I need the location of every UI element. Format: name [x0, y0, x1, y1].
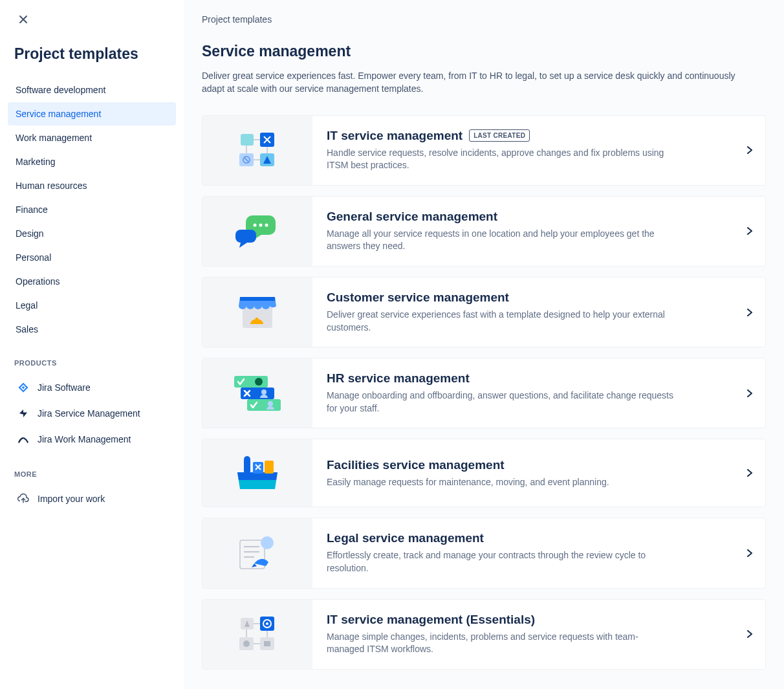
- itsm-essentials-icon: [238, 617, 277, 651]
- template-customer-service-management[interactable]: Customer service management Deliver grea…: [202, 277, 766, 347]
- sidebar-item-legal[interactable]: Legal: [8, 294, 176, 317]
- template-body: HR service management Manage onboarding …: [312, 358, 734, 428]
- template-title: General service management: [327, 210, 497, 224]
- sidebar-item-work-management[interactable]: Work management: [8, 126, 176, 149]
- import-work[interactable]: Import your work: [14, 486, 176, 512]
- products-header: PRODUCTS: [14, 359, 176, 367]
- svg-point-35: [266, 622, 268, 625]
- sidebar-title: Project templates: [14, 45, 176, 63]
- template-body: IT service management LAST CREATED Handl…: [312, 116, 734, 185]
- chevron-right-icon: [734, 358, 765, 428]
- itsm-icon: [238, 133, 277, 168]
- template-description: Manage all your service requests in one …: [327, 228, 676, 253]
- jira-work-management-icon: [17, 433, 30, 446]
- svg-point-22: [268, 401, 273, 406]
- svg-point-18: [255, 378, 263, 386]
- template-body: IT service management (Essentials) Manag…: [312, 600, 734, 669]
- template-description: Handle service requests, resolve inciden…: [327, 147, 676, 172]
- product-jira-service-management[interactable]: Jira Service Management: [14, 400, 176, 426]
- svg-point-37: [243, 640, 250, 647]
- template-description: Deliver great service experiences fast w…: [327, 309, 676, 334]
- product-jira-work-management[interactable]: Jira Work Management: [14, 426, 176, 452]
- sidebar-item-personal[interactable]: Personal: [8, 246, 176, 269]
- template-it-service-management[interactable]: IT service management LAST CREATED Handl…: [202, 115, 766, 186]
- template-thumbnail: [202, 278, 312, 347]
- template-thumbnail: [202, 600, 312, 669]
- sidebar-item-marketing[interactable]: Marketing: [8, 150, 176, 173]
- chevron-right-icon: [734, 116, 765, 185]
- template-title: IT service management: [327, 129, 463, 143]
- import-label: Import your work: [38, 494, 105, 504]
- more-header: MORE: [14, 470, 176, 478]
- close-icon: [18, 14, 28, 25]
- hr-people-icon: [233, 375, 282, 412]
- sidebar-item-finance[interactable]: Finance: [8, 198, 176, 221]
- template-thumbnail: [202, 116, 312, 185]
- svg-point-11: [254, 224, 257, 227]
- template-legal-service-management[interactable]: Legal service management Effortlessly cr…: [202, 518, 766, 588]
- sidebar-item-sales[interactable]: Sales: [8, 318, 176, 341]
- jira-service-management-icon: [17, 407, 30, 420]
- template-general-service-management[interactable]: General service management Manage all yo…: [202, 196, 766, 267]
- chevron-right-icon: [734, 278, 765, 347]
- chat-bubbles-icon: [234, 213, 281, 249]
- template-title: Customer service management: [327, 290, 509, 305]
- template-description: Manage onboarding and offboarding, answe…: [327, 389, 676, 415]
- sidebar: Project templates Software development S…: [0, 0, 184, 689]
- template-description: Easily manage requests for maintenance, …: [327, 476, 676, 489]
- page-title: Service management: [202, 43, 766, 60]
- svg-point-24: [244, 456, 250, 463]
- page-description: Deliver great service experiences fast. …: [202, 69, 745, 96]
- category-list: Software development Service management …: [8, 78, 176, 341]
- svg-point-20: [261, 389, 267, 395]
- template-body: Customer service management Deliver grea…: [312, 278, 734, 347]
- svg-rect-16: [256, 318, 258, 320]
- sidebar-item-service-management[interactable]: Service management: [8, 102, 176, 126]
- product-label: Jira Work Management: [38, 434, 131, 444]
- contract-document-icon: [236, 535, 279, 571]
- template-title: IT service management (Essentials): [327, 613, 535, 627]
- main-content: Project templates Service management Del…: [184, 0, 784, 689]
- template-description: Effortlessly create, track and manage yo…: [327, 549, 676, 574]
- svg-rect-0: [241, 134, 254, 146]
- svg-point-13: [265, 224, 268, 227]
- toolbox-icon: [234, 454, 281, 492]
- svg-rect-17: [234, 376, 268, 388]
- jira-software-icon: [17, 381, 30, 394]
- chevron-right-icon: [734, 518, 765, 587]
- product-label: Jira Service Management: [38, 408, 140, 419]
- template-facilities-service-management[interactable]: Facilities service management Easily man…: [202, 439, 766, 507]
- template-hr-service-management[interactable]: HR service management Manage onboarding …: [202, 358, 766, 428]
- last-created-badge: LAST CREATED: [469, 129, 530, 142]
- sidebar-item-software-development[interactable]: Software development: [8, 78, 176, 102]
- template-thumbnail: [202, 439, 312, 507]
- template-it-service-management-essentials[interactable]: IT service management (Essentials) Manag…: [202, 599, 766, 670]
- product-jira-software[interactable]: Jira Software: [14, 375, 176, 400]
- sidebar-item-design[interactable]: Design: [8, 222, 176, 245]
- sidebar-item-human-resources[interactable]: Human resources: [8, 174, 176, 197]
- svg-rect-19: [241, 388, 274, 399]
- template-description: Manage simple changes, incidents, proble…: [327, 631, 676, 656]
- chevron-right-icon: [734, 600, 765, 669]
- cloud-upload-icon: [17, 492, 30, 505]
- svg-rect-39: [264, 641, 270, 646]
- svg-point-31: [261, 536, 274, 549]
- svg-rect-21: [247, 399, 281, 411]
- breadcrumb[interactable]: Project templates: [202, 14, 766, 25]
- template-list: IT service management LAST CREATED Handl…: [202, 115, 766, 670]
- template-thumbnail: [202, 518, 312, 587]
- chevron-right-icon: [734, 439, 765, 507]
- template-body: Legal service management Effortlessly cr…: [312, 518, 734, 587]
- sidebar-item-operations[interactable]: Operations: [8, 270, 176, 293]
- close-button[interactable]: [16, 12, 31, 27]
- template-body: General service management Manage all yo…: [312, 197, 734, 266]
- template-title: Facilities service management: [327, 458, 505, 472]
- template-title: Legal service management: [327, 531, 484, 545]
- svg-point-12: [259, 224, 263, 227]
- template-body: Facilities service management Easily man…: [312, 439, 734, 507]
- template-thumbnail: [202, 197, 312, 266]
- chevron-right-icon: [734, 197, 765, 266]
- template-title: HR service management: [327, 371, 470, 386]
- svg-rect-26: [265, 461, 274, 474]
- template-thumbnail: [202, 358, 312, 428]
